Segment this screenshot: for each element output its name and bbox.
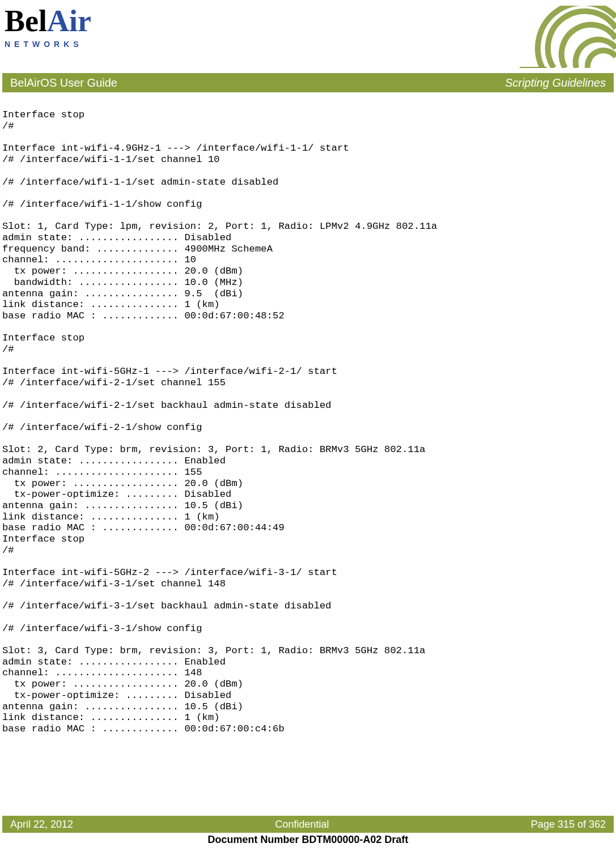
logo-wordmark: BelAir bbox=[5, 6, 129, 36]
terminal-output: Interface stop /# Interface int-wifi-4.9… bbox=[2, 109, 610, 734]
section-title: Scripting Guidelines bbox=[505, 76, 606, 90]
logo-subtitle: NETWORKS bbox=[5, 40, 129, 49]
footer-date: April 22, 2012 bbox=[10, 819, 73, 831]
footer-confidential: Confidential bbox=[275, 819, 329, 831]
title-bar: BelAirOS User Guide Scripting Guidelines bbox=[2, 73, 614, 92]
corner-logo-icon bbox=[520, 6, 616, 68]
logo-part1: Bel bbox=[5, 4, 47, 38]
document-number: Document Number BDTM00000-A02 Draft bbox=[0, 834, 616, 846]
footer-bar: April 22, 2012 Confidential Page 315 of … bbox=[2, 816, 614, 833]
page: BelAir NETWORKS BelAirOS User Guide Scri… bbox=[0, 0, 616, 856]
guide-title: BelAirOS User Guide bbox=[10, 76, 117, 90]
logo-part2: Air bbox=[47, 4, 91, 38]
logo: BelAir NETWORKS bbox=[5, 6, 129, 49]
header: BelAir NETWORKS bbox=[0, 6, 616, 68]
footer-page: Page 315 of 362 bbox=[531, 819, 606, 831]
